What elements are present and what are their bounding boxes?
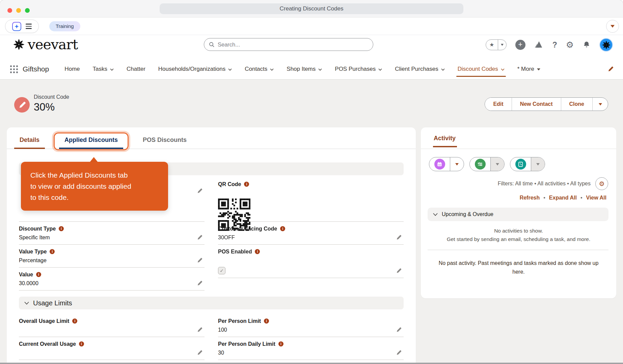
chevron-down-icon bbox=[378, 68, 382, 71]
nav-item[interactable]: Home bbox=[64, 61, 80, 78]
composer-icon-circle bbox=[515, 159, 526, 170]
nav-item[interactable]: * More bbox=[517, 61, 540, 78]
detail-tab[interactable]: Details bbox=[14, 136, 45, 149]
nav-item[interactable]: Discount Codes bbox=[458, 61, 505, 78]
nav-item[interactable]: Tasks bbox=[93, 61, 114, 78]
zoom-window-button[interactable] bbox=[25, 8, 30, 13]
nav-item[interactable]: Households/Organizations bbox=[158, 61, 232, 78]
app-name[interactable]: Giftshop bbox=[23, 65, 49, 73]
field-row: Current Overall Usagei bbox=[19, 337, 205, 360]
get-started-text: Get started by sending an email, schedul… bbox=[421, 236, 616, 242]
favorite-star-icon[interactable]: ★ bbox=[486, 40, 498, 50]
edit-field-button[interactable] bbox=[396, 350, 402, 356]
info-icon[interactable]: i bbox=[50, 249, 55, 254]
nav-item[interactable]: POS Purchases bbox=[335, 61, 382, 78]
nav-item-label: Client Purchases bbox=[395, 66, 438, 72]
edit-field-button[interactable] bbox=[396, 268, 402, 274]
usage-left-column: Overall Usage Limiti Current Overall Usa… bbox=[19, 314, 205, 360]
nav-item-label: Tasks bbox=[93, 66, 107, 72]
chevron-down-icon bbox=[501, 68, 505, 71]
close-window-button[interactable] bbox=[7, 8, 12, 13]
composer-dropdown-button[interactable] bbox=[531, 157, 545, 171]
toolbar-dropdown-button[interactable] bbox=[606, 20, 619, 33]
chevron-down-icon bbox=[501, 44, 504, 46]
info-icon[interactable]: i bbox=[36, 272, 41, 277]
field-value: 30 bbox=[218, 350, 404, 356]
minimize-window-button[interactable] bbox=[16, 8, 21, 13]
chevron-down-icon bbox=[455, 163, 459, 165]
nav-item[interactable]: Client Purchases bbox=[395, 61, 445, 78]
setup-gear-icon[interactable]: ⚙ bbox=[566, 40, 574, 49]
record-action-buttons: EditNew ContactClone bbox=[485, 97, 608, 111]
favorites-dropdown[interactable] bbox=[498, 44, 506, 46]
nav-item-label: * More bbox=[517, 66, 534, 72]
info-icon[interactable]: i bbox=[79, 341, 84, 346]
edit-navigation-pencil-icon[interactable] bbox=[607, 66, 614, 73]
record-action-button[interactable]: Edit bbox=[485, 98, 511, 111]
upcoming-overdue-section[interactable]: Upcoming & Overdue bbox=[428, 208, 608, 221]
edit-field-button[interactable] bbox=[197, 188, 202, 194]
tab-label: Applied Discounts bbox=[64, 136, 118, 143]
activity-link[interactable]: View All bbox=[577, 195, 606, 201]
global-search[interactable] bbox=[204, 38, 373, 51]
composer-main-button[interactable] bbox=[470, 157, 491, 171]
search-input[interactable] bbox=[218, 41, 368, 48]
checkbox-checked-icon[interactable]: ✓ bbox=[218, 267, 225, 274]
edit-field-button[interactable] bbox=[396, 327, 402, 333]
user-avatar[interactable] bbox=[599, 38, 613, 52]
info-icon[interactable]: i bbox=[280, 226, 285, 231]
usage-right-column: Per Person Limiti 100 Per Person Daily L… bbox=[218, 314, 404, 360]
trailhead-icon[interactable] bbox=[534, 40, 544, 49]
activity-link[interactable]: Refresh bbox=[520, 195, 540, 201]
composer-dropdown-button[interactable] bbox=[450, 157, 464, 171]
help-icon[interactable]: ? bbox=[552, 40, 557, 50]
field-label: Overall Usage Limit bbox=[19, 318, 69, 324]
notifications-bell-icon[interactable] bbox=[583, 41, 591, 49]
hamburger-menu-icon[interactable] bbox=[26, 24, 32, 29]
composer-main-button[interactable] bbox=[429, 157, 450, 171]
tab-activity[interactable]: Activity bbox=[433, 135, 457, 147]
edit-field-button[interactable] bbox=[197, 235, 202, 240]
edit-field-button[interactable] bbox=[197, 327, 202, 333]
record-action-button[interactable]: New Contact bbox=[512, 98, 561, 111]
info-icon[interactable]: i bbox=[255, 249, 260, 254]
info-icon[interactable]: i bbox=[72, 318, 77, 324]
nav-item[interactable]: Contacts bbox=[245, 61, 274, 78]
activity-filters-text: Filters: All time • All activities • All… bbox=[498, 181, 591, 187]
window-titlebar: Creating Discount Codes bbox=[0, 0, 623, 18]
field-value: 30.0000 bbox=[19, 280, 205, 287]
activity-settings-button[interactable]: ⚙ bbox=[595, 177, 608, 190]
detail-tab[interactable]: Applied Discounts bbox=[59, 136, 123, 149]
usage-limits-section-bar[interactable]: Usage Limits bbox=[19, 297, 404, 309]
veevart-logo: veevart bbox=[13, 38, 78, 51]
tab-label: POS Discounts bbox=[143, 136, 187, 143]
composer-main-button[interactable] bbox=[510, 157, 531, 171]
activity-link[interactable]: Expand All bbox=[540, 195, 577, 201]
edit-field-button[interactable] bbox=[396, 235, 402, 240]
info-icon[interactable]: i bbox=[59, 226, 64, 231]
browser-menu-group[interactable] bbox=[5, 20, 39, 33]
log-call-button bbox=[510, 157, 545, 171]
edit-field-button[interactable] bbox=[197, 257, 202, 263]
nav-item[interactable]: Chatter bbox=[127, 61, 145, 78]
training-badge[interactable]: Training bbox=[49, 21, 80, 31]
app-launcher-icon[interactable] bbox=[10, 65, 18, 73]
nav-item[interactable]: Shop Items bbox=[287, 61, 322, 78]
record-action-button[interactable]: Clone bbox=[561, 98, 592, 111]
info-icon[interactable]: i bbox=[278, 341, 283, 346]
usage-limits-title: Usage Limits bbox=[33, 299, 72, 307]
info-icon[interactable]: i bbox=[244, 182, 249, 187]
global-actions-icon[interactable]: + bbox=[515, 40, 525, 50]
field-label: Per Person Daily Limit bbox=[218, 341, 275, 347]
more-actions-dropdown[interactable] bbox=[592, 98, 608, 111]
assistant-sparkle-icon[interactable] bbox=[12, 22, 21, 31]
nav-item-label: Home bbox=[64, 66, 80, 72]
favorites-button-group[interactable]: ★ bbox=[486, 39, 507, 50]
gear-icon: ⚙ bbox=[599, 181, 604, 187]
detail-tab[interactable]: POS Discounts bbox=[137, 136, 192, 149]
info-icon[interactable]: i bbox=[264, 318, 269, 324]
composer-dropdown-button[interactable] bbox=[491, 157, 504, 171]
edit-field-button[interactable] bbox=[197, 350, 202, 356]
field-row: Per Person Daily Limiti 30 bbox=[218, 337, 404, 360]
edit-field-button[interactable] bbox=[197, 280, 202, 286]
